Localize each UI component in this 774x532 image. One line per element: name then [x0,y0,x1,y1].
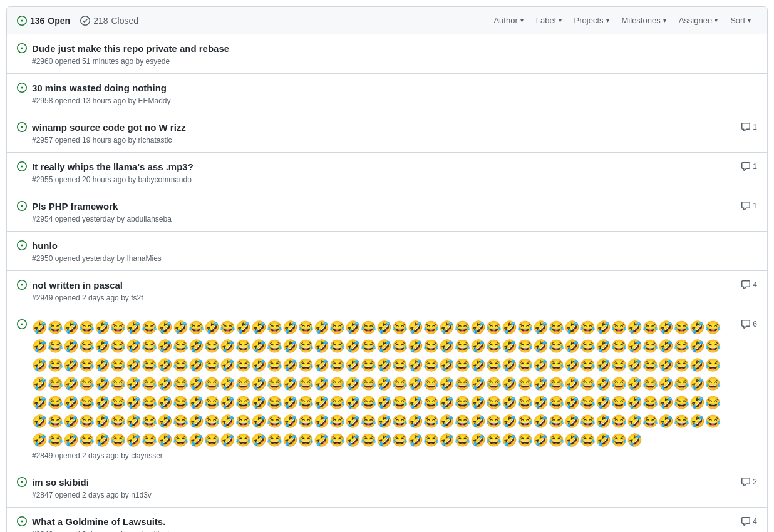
issue-left: Dude just make this repo private and reb… [17,42,747,66]
open-icon [17,16,27,26]
issue-meta: #2949 opened 2 days ago by fs2f [32,294,731,302]
issue-content: winamp source code got no W rizz #2957 o… [32,121,731,145]
issue-right: 2 [741,477,757,487]
issue-left: winamp source code got no W rizz #2957 o… [17,121,731,145]
issue-row: What a Goldmine of Lawsuits. #2846 opene… [7,508,767,532]
chevron-down-icon: ▾ [606,17,609,24]
issue-title[interactable]: It really whips the llama's ass .mp3? [32,160,731,173]
comment-icon [741,319,751,329]
issue-left: not written in pascal #2949 opened 2 day… [17,279,731,302]
issue-left: hunlo #2950 opened yesterday by IhanaMie… [17,239,747,263]
comment-number: 2 [753,478,757,486]
issue-title[interactable]: not written in pascal [32,279,731,292]
comment-count[interactable]: 1 [741,122,757,132]
comment-count[interactable]: 1 [741,161,757,171]
issue-content: Pls PHP framework #2954 opened yesterday… [32,200,731,223]
open-count: 136 [30,16,44,26]
issue-row: hunlo #2950 opened yesterday by IhanaMie… [7,232,767,271]
issue-open-icon [17,201,27,213]
filter-milestones[interactable]: Milestones ▾ [616,13,673,28]
issue-title[interactable]: winamp source code got no W rizz [32,121,731,134]
issue-right: 1 [741,122,757,132]
comment-number: 1 [753,162,757,171]
comment-icon [741,477,751,487]
issue-row: im so skibidi #2847 opened 2 days ago by… [7,468,767,508]
comment-icon [741,161,751,171]
issue-left: 30 mins wasted doing nothing #2958 opene… [17,81,747,105]
issue-content: It really whips the llama's ass .mp3? #2… [32,160,731,184]
comment-icon [741,280,751,290]
issue-row: 🤣😂🤣😂🤣😂🤣😂🤣🤣😂🤣😂🤣🤣😂🤣😂🤣😂🤣😂🤣😂🤣😂🤣😂🤣😂🤣😂🤣😂🤣😂🤣😂🤣😂… [7,310,767,468]
issue-title[interactable]: What a Goldmine of Lawsuits. [32,515,731,528]
issue-left: What a Goldmine of Lawsuits. #2846 opene… [17,515,731,532]
comment-count[interactable]: 2 [741,477,757,487]
comment-count[interactable]: 4 [741,280,757,290]
issue-open-icon [17,83,27,95]
filter-author[interactable]: Author ▾ [487,13,529,28]
issue-title[interactable]: hunlo [32,239,747,252]
issue-content: im so skibidi #2847 opened 2 days ago by… [32,476,731,499]
issue-right: 1 [741,161,757,171]
filter-assignee[interactable]: Assignee ▾ [673,13,724,28]
issue-row: 30 mins wasted doing nothing #2958 opene… [7,74,767,113]
issue-emoji-content: 🤣😂🤣😂🤣😂🤣😂🤣🤣😂🤣😂🤣🤣😂🤣😂🤣😂🤣😂🤣😂🤣😂🤣😂🤣😂🤣😂🤣😂🤣😂🤣😂🤣😂… [32,318,731,449]
comment-count[interactable]: 1 [741,201,757,211]
issue-meta: #2847 opened 2 days ago by n1d3v [32,491,731,499]
issue-content: What a Goldmine of Lawsuits. #2846 opene… [32,515,731,532]
header-left: 136 Open 218 Closed [17,16,138,26]
comment-icon [741,201,751,211]
issue-title[interactable]: Pls PHP framework [32,200,731,213]
issues-list: Dude just make this repo private and reb… [7,34,767,532]
comment-count[interactable]: 6 [741,319,757,329]
issue-right: 4 [741,280,757,290]
chevron-down-icon: ▾ [748,17,751,24]
chevron-down-icon: ▾ [715,17,718,24]
issue-meta: #2955 opened 20 hours ago by babycommand… [32,175,731,184]
issue-row: not written in pascal #2949 opened 2 day… [7,271,767,310]
issue-left: It really whips the llama's ass .mp3? #2… [17,160,731,184]
issue-title[interactable]: im so skibidi [32,476,731,489]
issue-right: 6 [741,319,757,329]
issue-open-icon [17,516,27,528]
issue-title[interactable]: 30 mins wasted doing nothing [32,81,747,95]
closed-count: 218 [93,16,108,26]
chevron-down-icon: ▾ [520,17,524,24]
chevron-down-icon: ▾ [663,17,666,24]
issues-container: 136 Open 218 Closed Author ▾ Label ▾ [6,6,768,532]
issue-meta: #2950 opened yesterday by IhanaMies [32,254,747,263]
comment-number: 4 [753,280,757,289]
issue-meta: #2957 opened 19 hours ago by richatastic [32,136,731,145]
issue-content: hunlo #2950 opened yesterday by IhanaMie… [32,239,747,263]
closed-issues-stat[interactable]: 218 Closed [80,16,138,26]
comment-number: 1 [753,123,757,131]
issue-open-icon [17,122,27,134]
closed-icon [80,16,90,26]
filter-sort[interactable]: Sort ▾ [724,13,757,28]
issue-left: 🤣😂🤣😂🤣😂🤣😂🤣🤣😂🤣😂🤣🤣😂🤣😂🤣😂🤣😂🤣😂🤣😂🤣😂🤣😂🤣😂🤣😂🤣😂🤣😂🤣😂… [17,318,731,460]
open-issues-stat[interactable]: 136 Open [17,16,70,26]
issue-open-icon [17,477,27,489]
filter-label[interactable]: Label ▾ [530,13,568,28]
issue-row: It really whips the llama's ass .mp3? #2… [7,153,767,192]
issues-header: 136 Open 218 Closed Author ▾ Label ▾ [7,7,767,34]
issue-meta: #2954 opened yesterday by abdullahseba [32,215,731,223]
issue-open-icon [17,280,27,292]
issue-right: 4 [741,516,757,526]
issue-content: Dude just make this repo private and reb… [32,42,747,66]
issue-content: not written in pascal #2949 opened 2 day… [32,279,731,302]
closed-label: Closed [111,16,139,26]
issue-meta: #2960 opened 51 minutes ago by esyede [32,57,747,66]
issue-title[interactable]: Dude just make this repo private and reb… [32,42,747,55]
issue-row: Pls PHP framework #2954 opened yesterday… [7,192,767,232]
issue-content: 30 mins wasted doing nothing #2958 opene… [32,81,747,105]
issue-right: 1 [741,201,757,211]
issue-meta: #2958 opened 13 hours ago by EEMaddy [32,96,747,105]
open-label: Open [48,16,70,26]
chevron-down-icon: ▾ [559,17,562,24]
filter-projects[interactable]: Projects ▾ [568,13,616,28]
header-filters: Author ▾ Label ▾ Projects ▾ Milestones ▾… [487,13,757,28]
issue-left: Pls PHP framework #2954 opened yesterday… [17,200,731,223]
comment-count[interactable]: 4 [741,516,757,526]
comment-icon [741,122,751,132]
comment-number: 6 [753,320,757,329]
